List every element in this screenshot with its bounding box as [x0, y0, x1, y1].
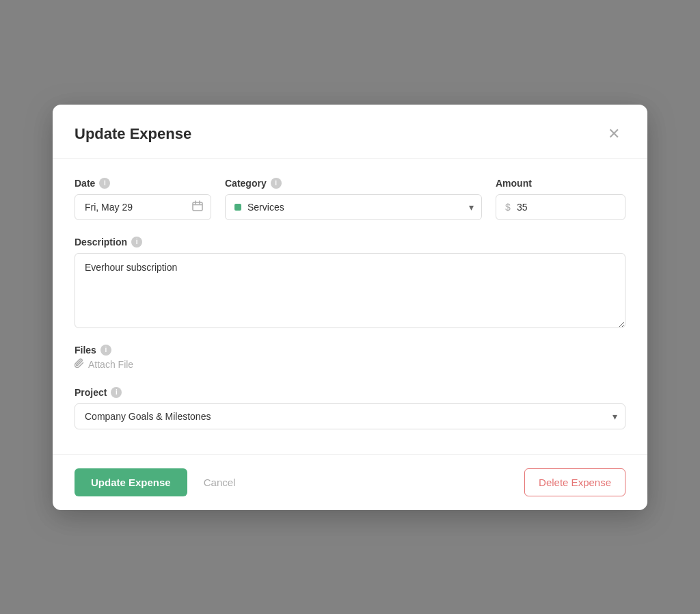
modal-backdrop: Update Expense ✕ Date i — [0, 0, 700, 614]
update-expense-button[interactable]: Update Expense — [75, 468, 187, 496]
files-info-icon: i — [100, 345, 111, 356]
modal-footer: Update Expense Cancel Delete Expense — [53, 454, 647, 510]
description-info-icon: i — [131, 237, 142, 248]
category-info-icon: i — [271, 178, 282, 189]
project-label: Project i — [75, 387, 625, 398]
top-form-row: Date i — [75, 178, 625, 220]
attach-file-button[interactable]: Attach File — [75, 358, 133, 371]
files-section: Files i Attach File — [75, 345, 625, 371]
project-info-icon: i — [111, 387, 122, 398]
date-group: Date i — [75, 178, 211, 220]
cancel-button[interactable]: Cancel — [198, 468, 241, 496]
delete-expense-button[interactable]: Delete Expense — [524, 468, 625, 496]
update-expense-modal: Update Expense ✕ Date i — [53, 105, 647, 510]
modal-title: Update Expense — [75, 125, 191, 143]
project-select-wrapper: Company Goals & Milestones Project Alpha… — [75, 403, 625, 429]
category-select-wrapper: Services Travel Equipment Software Other… — [225, 194, 482, 220]
footer-left-actions: Update Expense Cancel — [75, 468, 241, 496]
description-textarea[interactable]: Everhour subscription — [75, 253, 625, 328]
close-button[interactable]: ✕ — [602, 124, 625, 144]
description-group: Description i Everhour subscription — [75, 237, 625, 328]
date-info-icon: i — [99, 178, 110, 189]
project-select[interactable]: Company Goals & Milestones Project Alpha… — [75, 403, 625, 429]
modal-body: Date i — [53, 159, 647, 454]
currency-symbol: $ — [505, 202, 511, 213]
amount-group: Amount $ — [496, 178, 625, 220]
amount-input-wrapper: $ — [496, 194, 625, 220]
date-input-wrapper — [75, 194, 211, 220]
paperclip-icon — [75, 358, 84, 371]
amount-input[interactable] — [496, 194, 625, 220]
category-select[interactable]: Services Travel Equipment Software Other — [225, 194, 482, 220]
description-label: Description i — [75, 237, 625, 248]
attach-file-label: Attach File — [88, 359, 133, 370]
amount-label: Amount — [496, 178, 625, 189]
date-input[interactable] — [75, 194, 211, 220]
close-icon: ✕ — [608, 125, 620, 142]
category-group: Category i Services Travel Equipment Sof… — [225, 178, 482, 220]
files-label: Files i — [75, 345, 625, 356]
category-label: Category i — [225, 178, 482, 189]
project-group: Project i Company Goals & Milestones Pro… — [75, 387, 625, 429]
modal-header: Update Expense ✕ — [53, 105, 647, 159]
date-label: Date i — [75, 178, 211, 189]
